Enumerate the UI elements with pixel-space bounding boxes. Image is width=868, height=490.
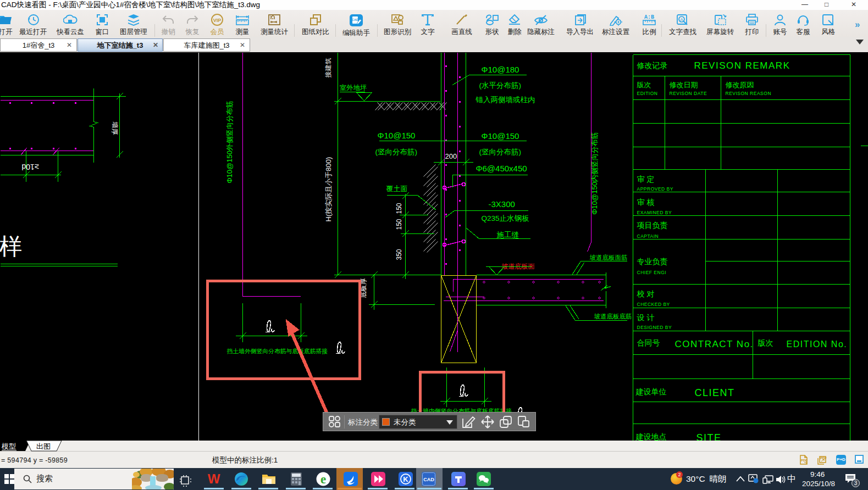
svg-text:建设单位: 建设单位	[635, 387, 667, 396]
svg-text:150: 150	[395, 219, 403, 230]
svg-text:接建筑: 接建筑	[324, 58, 332, 78]
svg-text:REVISON REASON: REVISON REASON	[726, 91, 772, 96]
svg-text:修改日期: 修改日期	[670, 81, 698, 89]
svg-text:e: e	[320, 472, 326, 486]
svg-text:CAD: CAD	[352, 18, 358, 21]
svg-text:SITE: SITE	[696, 432, 722, 441]
svg-text:建设地点: 建设地点	[635, 432, 667, 441]
svg-text:(水平分布筋): (水平分布筋)	[479, 81, 522, 90]
svg-text:VIP: VIP	[213, 18, 222, 23]
svg-text:修改原因: 修改原因	[726, 81, 754, 89]
svg-text:出图: 出图	[36, 442, 51, 450]
svg-text:(竖向分布筋): (竖向分布筋)	[375, 148, 418, 156]
svg-text:W: W	[208, 472, 220, 486]
svg-text:CHIEF ENGI: CHIEF ENGI	[637, 270, 667, 275]
svg-text:A:B: A:B	[644, 14, 654, 20]
svg-text:≥10d: ≥10d	[21, 163, 38, 171]
svg-text:版次: 版次	[758, 338, 773, 347]
svg-text:REVISON DATE: REVISON DATE	[670, 91, 707, 96]
svg-text:-3X300: -3X300	[489, 199, 515, 209]
svg-text:EDITION No.: EDITION No.	[787, 339, 848, 349]
svg-text:挡土墙外侧竖向分布筋与底板底筋搭接: 挡土墙外侧竖向分布筋与底板底筋搭接	[227, 348, 328, 354]
svg-text:EXAMINED BY: EXAMINED BY	[637, 210, 672, 215]
svg-text:设 计: 设 计	[637, 313, 655, 322]
svg-text:DESIGNED BY: DESIGNED BY	[637, 325, 672, 330]
svg-text:Φ10@150: Φ10@150	[378, 131, 416, 140]
svg-text:坡道底板底筋: 坡道底板底筋	[594, 313, 632, 320]
svg-text:审 定: 审 定	[637, 175, 655, 183]
svg-text:审 核: 审 核	[637, 198, 655, 207]
svg-text:Φ10@150: Φ10@150	[482, 131, 519, 141]
svg-text:CAD: CAD	[423, 477, 434, 482]
svg-text:REVISON REMARK: REVISON REMARK	[694, 60, 790, 71]
svg-text:350: 350	[395, 249, 403, 260]
svg-text:Q235止水钢板: Q235止水钢板	[482, 214, 530, 222]
svg-text:200: 200	[445, 152, 457, 160]
svg-text:(竖向分布筋): (竖向分布筋)	[479, 148, 522, 156]
svg-text:150: 150	[395, 203, 403, 214]
svg-text:专业负责: 专业负责	[637, 257, 668, 266]
svg-text:Φ10@150内侧竖向分布筋: Φ10@150内侧竖向分布筋	[590, 132, 599, 215]
svg-text:K: K	[403, 475, 408, 483]
svg-text:Φ6@450x450: Φ6@450x450	[476, 164, 527, 173]
svg-text:室外地坪: 室外地坪	[340, 84, 367, 92]
svg-text:CAPTAIN: CAPTAIN	[637, 233, 659, 239]
svg-text:版次: 版次	[637, 81, 651, 89]
svg-text:大样: 大样	[0, 233, 23, 259]
svg-text:坡道底板面: 坡道底板面	[502, 263, 535, 270]
svg-text:EDITION: EDITION	[637, 91, 658, 96]
svg-text:模型: 模型	[1, 442, 16, 450]
svg-text:APPROVED BY: APPROVED BY	[637, 186, 673, 192]
svg-text:合同号: 合同号	[637, 338, 660, 347]
svg-text:墙厚: 墙厚	[111, 122, 119, 135]
svg-text:CLIENT: CLIENT	[695, 387, 735, 398]
svg-text:覆土面: 覆土面	[386, 185, 408, 193]
svg-text:CONTRACT No.: CONTRACT No.	[675, 339, 754, 349]
svg-text:坡道底板面筋: 坡道底板面筋	[590, 254, 628, 261]
svg-text:H(按实际且小于800): H(按实际且小于800)	[324, 157, 333, 222]
svg-text:项目负责: 项目负责	[637, 221, 668, 230]
svg-text:Φ10@180: Φ10@180	[482, 65, 519, 74]
svg-text:施工缝: 施工缝	[497, 231, 519, 239]
svg-text:校 对: 校 对	[637, 289, 655, 298]
svg-text:A: A	[680, 17, 683, 23]
svg-text:PDF: PDF	[801, 459, 808, 462]
svg-text:CHECKED BY: CHECKED BY	[637, 302, 670, 307]
svg-text:锚入两侧墙或柱内: 锚入两侧墙或柱内	[476, 96, 535, 104]
svg-text:修改记录: 修改记录	[637, 61, 668, 70]
svg-text:Φ10@150外侧竖向分布筋: Φ10@150外侧竖向分布筋	[225, 101, 234, 183]
